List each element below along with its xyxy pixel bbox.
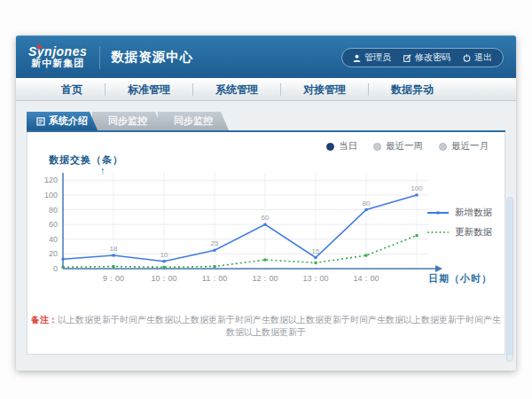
radio-dot (326, 143, 334, 151)
svg-text:20: 20 (49, 249, 58, 258)
chart-panel: 当日 最近一周 最近一月 数据交换（条） ↑ 0204060801001209：… (27, 132, 505, 355)
change-password-button[interactable]: 修改密码 (403, 51, 450, 64)
user-toolbar: 管理员 修改密码 退出 (341, 48, 504, 67)
time-range-filter: 当日 最近一周 最近一月 (326, 140, 489, 153)
legend-item-updated-data[interactable]: 更新数据 (427, 223, 492, 242)
data-point[interactable] (365, 208, 368, 211)
legend-label: 新增数据 (455, 207, 492, 219)
radio-label: 当日 (339, 140, 357, 153)
user-icon (353, 54, 361, 62)
data-point[interactable] (163, 260, 166, 262)
tab-label: 系统介绍 (49, 114, 88, 128)
svg-text:120: 120 (44, 176, 58, 184)
line-chart: 0204060801001209：0010：0011：0012：0013：001… (27, 169, 451, 293)
radio-dot (439, 143, 447, 151)
header-divider (99, 46, 100, 69)
vertical-scrollbar[interactable] (506, 197, 513, 362)
svg-text:60: 60 (262, 214, 270, 222)
scrollbar-thumb[interactable] (507, 199, 512, 356)
logo: Synjones 新中新集团 (28, 45, 87, 68)
svg-text:12：00: 12：00 (252, 274, 278, 283)
logo-subtitle: 新中新集团 (28, 59, 87, 69)
radio-dot (373, 143, 381, 151)
solid-line-swatch (427, 209, 449, 216)
nav-item-data-change[interactable]: 数据异动 (369, 83, 456, 96)
data-point[interactable] (264, 223, 267, 226)
data-point[interactable] (214, 265, 216, 268)
tab-system-intro[interactable]: 系统介绍 (27, 112, 98, 130)
series-0: 181025601580100 (62, 184, 424, 262)
radio-last-month[interactable]: 最近一月 (439, 140, 489, 153)
nav-item-system-mgmt[interactable]: 系统管理 (193, 83, 281, 96)
data-point[interactable] (113, 265, 115, 268)
data-point[interactable] (365, 254, 368, 257)
app-header: Synjones 新中新集团 数据资源中心 管理员 修改密码 (16, 35, 516, 78)
logout-label: 退出 (474, 51, 492, 64)
svg-text:15: 15 (312, 247, 320, 255)
power-icon (463, 54, 471, 62)
svg-text:13：00: 13：00 (302, 274, 328, 283)
tab-sync-monitor-2[interactable]: 同步监控 (158, 112, 229, 130)
change-password-label: 修改密码 (415, 51, 450, 64)
radio-label: 最近一周 (386, 140, 423, 153)
svg-text:100: 100 (44, 191, 58, 200)
svg-text:60: 60 (49, 220, 58, 229)
radio-label: 最近一月 (451, 140, 489, 153)
axes (63, 173, 442, 272)
svg-text:18: 18 (110, 245, 118, 253)
nav-item-standard-mgmt[interactable]: 标准管理 (106, 83, 193, 96)
footnote-text: 以上数据更新于时间产生数据以上数据更新于时间产生数据以上数据更新于时间产生数据以… (58, 315, 501, 337)
y-axis-title: 数据交换（条） (49, 153, 123, 167)
data-point[interactable] (264, 259, 267, 262)
current-user[interactable]: 管理员 (353, 51, 391, 64)
dotted-line-swatch (427, 229, 449, 236)
legend-item-new-data[interactable]: 新增数据 (427, 203, 492, 223)
data-point[interactable] (416, 234, 419, 237)
svg-text:9：00: 9：00 (103, 274, 124, 283)
logo-spark-icon (35, 43, 43, 51)
radio-last-week[interactable]: 最近一周 (373, 140, 423, 153)
radio-today[interactable]: 当日 (326, 140, 357, 153)
footnote: 备注：以上数据更新于时间产生数据以上数据更新于时间产生数据以上数据更新于时间产生… (27, 314, 505, 339)
data-point[interactable] (315, 262, 317, 264)
svg-text:11：00: 11：00 (202, 274, 227, 283)
document-icon (36, 117, 45, 126)
user-label: 管理员 (364, 51, 391, 64)
tab-bar: 系统介绍 同步监控 同步监控 (27, 112, 223, 130)
edit-icon (403, 54, 411, 62)
main-nav: 首页 标准管理 系统管理 对接管理 数据异动 (16, 78, 516, 101)
legend-label: 更新数据 (455, 226, 492, 239)
data-point[interactable] (315, 256, 317, 259)
x-axis-title: 日期（小时） (428, 272, 492, 286)
svg-text:10: 10 (160, 251, 168, 259)
data-point[interactable] (113, 254, 115, 257)
nav-item-home[interactable]: 首页 (39, 83, 106, 96)
data-point[interactable] (62, 266, 65, 269)
grid (63, 173, 428, 269)
page-title: 数据资源中心 (111, 49, 193, 66)
app-window: Synjones 新中新集团 数据资源中心 管理员 修改密码 (16, 35, 516, 371)
logo-text: Synjones (28, 45, 87, 59)
data-point[interactable] (163, 266, 166, 269)
svg-text:100: 100 (411, 184, 423, 192)
svg-text:0: 0 (53, 264, 58, 273)
data-point[interactable] (214, 249, 216, 252)
tab-sync-monitor-1[interactable]: 同步监控 (92, 112, 163, 130)
nav-item-interface-mgmt[interactable]: 对接管理 (281, 83, 369, 96)
svg-text:14：00: 14：00 (353, 274, 379, 283)
tab-label: 同步监控 (174, 114, 213, 128)
svg-text:25: 25 (211, 239, 219, 247)
content-area: 系统介绍 同步监控 同步监控 当日 最近一周 (16, 101, 516, 371)
svg-text:10：00: 10：00 (151, 274, 176, 283)
svg-text:40: 40 (49, 235, 58, 244)
data-point[interactable] (416, 193, 419, 196)
data-point[interactable] (62, 258, 65, 261)
footnote-prefix: 备注： (31, 315, 58, 325)
logout-button[interactable]: 退出 (463, 51, 492, 64)
chart-legend: 新增数据 更新数据 (427, 203, 492, 242)
tab-label: 同步监控 (108, 114, 147, 128)
svg-text:80: 80 (49, 206, 58, 215)
chart-area: 0204060801001209：0010：0011：0012：0013：001… (27, 169, 451, 297)
svg-text:80: 80 (363, 200, 371, 207)
